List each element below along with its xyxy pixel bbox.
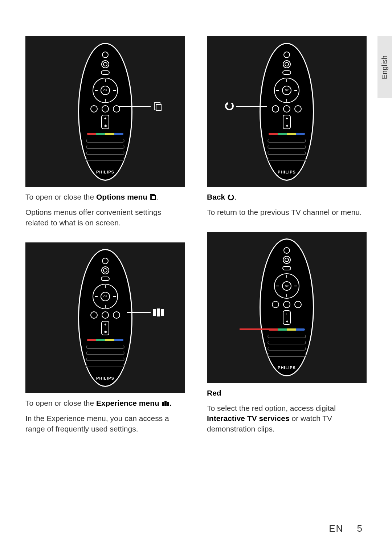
volume-rocker-icon — [101, 115, 109, 129]
svg-rect-4 — [153, 309, 156, 316]
remote-panel-options: OK PHILIPS — [25, 36, 185, 187]
experience-menu-icon — [152, 308, 165, 317]
footer-lang: EN — [329, 523, 343, 534]
language-label: English — [381, 55, 389, 79]
remote-illustration: OK PHILIPS — [260, 43, 314, 181]
svg-rect-3 — [152, 196, 155, 200]
experience-caption: To open or close the Experience menu . — [25, 398, 185, 408]
back-icon — [227, 194, 234, 200]
experience-menu-icon — [162, 401, 170, 406]
options-block: OK PHILIPS — [25, 36, 185, 228]
remote-panel-red: OK PHILIPS — [207, 232, 367, 383]
experience-block: OK PHILIPS T — [25, 242, 185, 434]
page-footer: EN 5 — [329, 523, 363, 534]
red-desc: To select the red option, access digital… — [207, 403, 367, 434]
options-desc: Options menus offer convenient settings … — [25, 207, 185, 228]
remote-illustration: OK PHILIPS — [78, 249, 132, 387]
experience-desc: In the Experience menu, you can access a… — [25, 413, 185, 434]
svg-rect-6 — [161, 309, 164, 316]
svg-rect-7 — [162, 402, 164, 406]
remote-panel-experience: OK PHILIPS — [25, 242, 185, 393]
back-icon — [224, 101, 234, 111]
power-icon — [102, 52, 109, 58]
svg-rect-5 — [157, 308, 160, 316]
back-button-icon — [90, 105, 98, 113]
right-column: OK PHILIPS Back — [207, 36, 367, 434]
left-column: OK PHILIPS — [25, 36, 185, 434]
home-icon — [101, 60, 109, 68]
back-block: OK PHILIPS Back — [207, 36, 367, 218]
options-caption: To open or close the Options menu . — [25, 192, 185, 202]
back-desc: To return to the previous TV channel or … — [207, 207, 367, 217]
svg-rect-1 — [156, 105, 161, 110]
callout-line — [127, 312, 151, 313]
remote-illustration: OK PHILIPS — [260, 238, 314, 376]
ok-button-icon: OK — [101, 86, 110, 95]
red-block: OK PHILIPS Red To select the red option,… — [207, 232, 367, 434]
remote-illustration: OK PHILIPS — [78, 43, 132, 181]
options-menu-icon — [153, 102, 163, 111]
options-button-icon — [102, 105, 109, 113]
content-columns: OK PHILIPS — [0, 0, 392, 434]
callout-line — [236, 106, 267, 107]
language-tab: English — [377, 36, 392, 98]
back-caption: Back . — [207, 192, 367, 202]
brand-label: PHILIPS — [78, 170, 132, 174]
color-bar — [87, 133, 123, 135]
callout-line — [118, 106, 151, 107]
options-menu-icon — [150, 194, 156, 200]
browse-icon — [101, 70, 110, 75]
remote-panel-back: OK PHILIPS — [207, 36, 367, 187]
svg-rect-9 — [167, 402, 169, 406]
red-title: Red — [207, 388, 367, 398]
callout-line-red — [240, 328, 270, 330]
footer-page-number: 5 — [357, 523, 363, 534]
svg-rect-8 — [164, 401, 167, 406]
manual-page: English OK — [0, 0, 392, 556]
